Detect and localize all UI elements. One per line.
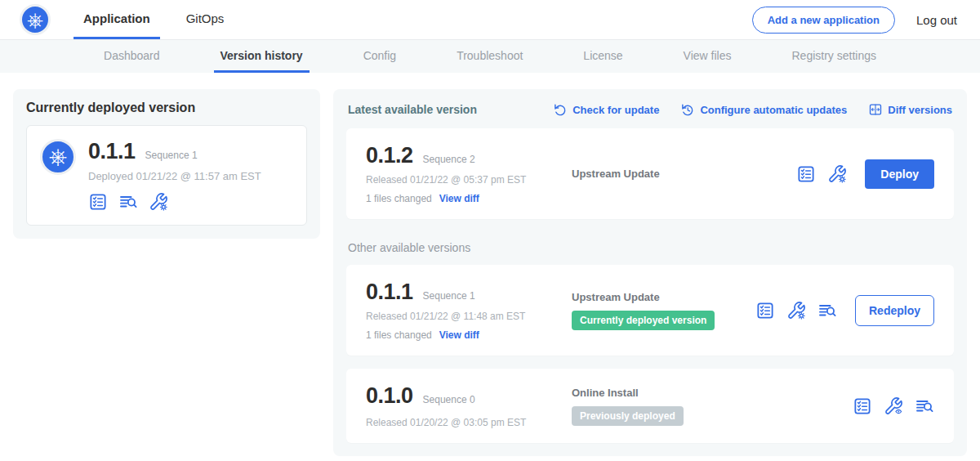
main-nav: Application GitOps <box>74 0 250 39</box>
tab-config[interactable]: Config <box>357 40 403 73</box>
header-right: Add a new application Log out <box>752 7 957 34</box>
version-source-label: Upstream Update <box>572 168 796 180</box>
nav-tab-gitops[interactable]: GitOps <box>176 0 234 39</box>
version-number: 0.1.2 <box>366 143 413 168</box>
version-card-0-1-1: 0.1.1 Sequence 1 Released 01/21/22 @ 11:… <box>346 265 954 356</box>
currently-deployed-panel: Currently deployed version ⎈ 0.1.1 Seque… <box>13 89 320 239</box>
redeploy-button[interactable]: Redeploy <box>855 295 934 326</box>
version-source-label: Upstream Update <box>572 291 755 303</box>
deployed-timestamp: Deployed 01/21/22 @ 11:57 am EST <box>88 170 261 182</box>
tab-dashboard[interactable]: Dashboard <box>97 40 167 73</box>
version-card-0-1-2: 0.1.2 Sequence 2 Released 01/21/22 @ 05:… <box>346 128 954 219</box>
available-versions-panel: Latest available version Check for updat… <box>333 89 967 456</box>
nav-tab-application[interactable]: Application <box>74 0 160 39</box>
release-notes-icon[interactable] <box>88 192 108 212</box>
view-diff-link[interactable]: View diff <box>439 329 479 341</box>
view-diff-link[interactable]: View diff <box>439 193 479 204</box>
edit-config-icon[interactable] <box>786 301 806 320</box>
deploy-button[interactable]: Deploy <box>865 159 934 189</box>
schedule-update-icon <box>680 102 695 117</box>
tab-registry-settings[interactable]: Registry settings <box>786 40 883 73</box>
deployed-version-number: 0.1.1 <box>88 139 136 164</box>
deployed-version-card: ⎈ 0.1.1 Sequence 1 Deployed 01/21/22 @ 1… <box>26 125 307 226</box>
add-application-button[interactable]: Add a new application <box>752 7 895 34</box>
deployed-version-info: 0.1.1 Sequence 1 Deployed 01/21/22 @ 11:… <box>88 139 261 212</box>
tab-view-files[interactable]: View files <box>677 40 738 73</box>
app-subnav: Dashboard Version history Config Trouble… <box>0 40 980 73</box>
files-changed-label: 1 files changed <box>366 193 432 204</box>
sequence-label: Sequence 2 <box>423 154 475 165</box>
version-number: 0.1.1 <box>366 280 413 305</box>
currently-deployed-title: Currently deployed version <box>26 101 307 115</box>
latest-available-title: Latest available version <box>348 103 477 116</box>
release-notes-icon[interactable] <box>796 164 816 184</box>
released-timestamp: Released 01/20/22 @ 03:05 pm EST <box>366 417 572 428</box>
view-config-icon[interactable] <box>884 396 903 416</box>
sequence-label: Sequence 0 <box>423 394 475 405</box>
files-changed-label: 1 files changed <box>366 329 432 341</box>
release-notes-icon[interactable] <box>853 396 872 416</box>
sequence-label: Sequence 1 <box>423 290 475 302</box>
tab-license[interactable]: License <box>577 40 629 73</box>
kubernetes-logo-icon: ⎈ <box>20 4 51 35</box>
configure-automatic-updates-link[interactable]: Configure automatic updates <box>680 102 847 117</box>
configure-automatic-updates-label: Configure automatic updates <box>700 104 847 116</box>
version-number: 0.1.0 <box>366 383 413 409</box>
view-files-icon[interactable] <box>817 301 837 320</box>
diff-versions-link[interactable]: Diff versions <box>868 102 952 117</box>
currently-deployed-badge: Currently deployed version <box>572 311 715 330</box>
app-header: ⎈ Application GitOps Add a new applicati… <box>0 0 980 40</box>
view-files-icon[interactable] <box>915 396 934 416</box>
logout-link[interactable]: Log out <box>916 13 957 27</box>
main-content: Currently deployed version ⎈ 0.1.1 Seque… <box>0 73 980 461</box>
release-notes-icon[interactable] <box>755 301 775 320</box>
view-files-icon[interactable] <box>118 192 138 212</box>
released-timestamp: Released 01/21/22 @ 11:48 am EST <box>366 311 572 322</box>
previously-deployed-badge: Previously deployed <box>572 406 684 426</box>
app-logo-icon: ⎈ <box>40 139 76 175</box>
check-for-update-label: Check for update <box>572 104 659 116</box>
tab-troubleshoot[interactable]: Troubleshoot <box>450 40 529 73</box>
other-available-versions-title: Other available versions <box>348 241 952 254</box>
version-source-label: Online Install <box>572 387 853 399</box>
refresh-icon <box>553 102 568 117</box>
tab-version-history[interactable]: Version history <box>214 40 310 73</box>
edit-config-icon[interactable] <box>149 192 168 212</box>
version-card-0-1-0: 0.1.0 Sequence 0 Released 01/20/22 @ 03:… <box>346 369 954 443</box>
diff-versions-icon <box>868 102 883 117</box>
check-for-update-link[interactable]: Check for update <box>553 102 659 117</box>
released-timestamp: Released 01/21/22 @ 05:37 pm EST <box>366 174 572 186</box>
deployed-sequence-label: Sequence 1 <box>145 150 198 161</box>
edit-config-icon[interactable] <box>827 164 847 184</box>
diff-versions-label: Diff versions <box>888 104 952 116</box>
